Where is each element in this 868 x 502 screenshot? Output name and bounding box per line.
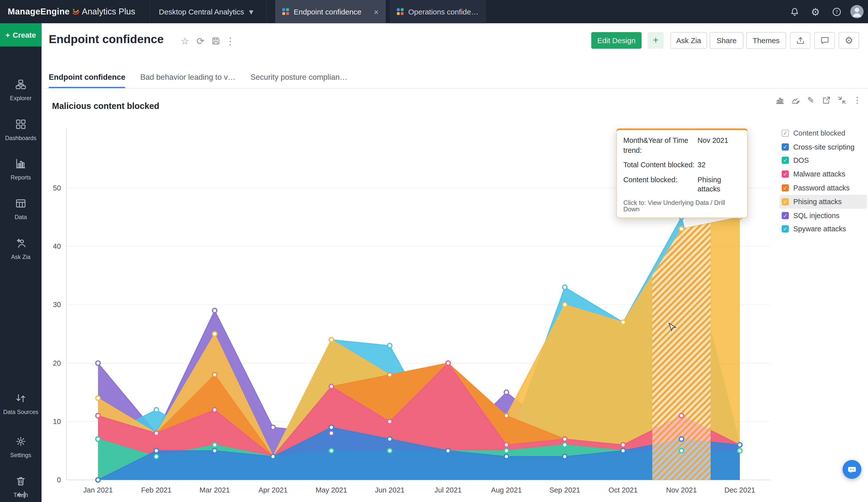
- resize-icon[interactable]: [836, 94, 848, 106]
- tooltip-rows: Month&Year of Time trend:Nov 2021Total C…: [623, 136, 741, 194]
- svg-text:10: 10: [53, 418, 61, 426]
- brand-manageengine: ManageEngine: [8, 7, 70, 17]
- share-button[interactable]: Share: [710, 32, 743, 49]
- legend-item-label: Spyware attacks: [793, 225, 846, 233]
- legend-item-label: SQL injections: [793, 211, 839, 220]
- tooltip-label: Total Content blocked:: [623, 160, 695, 170]
- legend-item-password-attacks[interactable]: ✓Password attacks: [779, 181, 867, 195]
- more-options-icon[interactable]: ⋮: [224, 34, 237, 48]
- pencil-icon[interactable]: ✎: [805, 94, 817, 106]
- svg-text:Jun 2021: Jun 2021: [375, 486, 405, 494]
- window-tabs: Endpoint confidence×Operations confidenc…: [275, 0, 486, 23]
- help-icon[interactable]: ?: [829, 0, 844, 23]
- sidebar-item-settings[interactable]: Settings: [0, 436, 42, 459]
- checkbox-checked-icon[interactable]: ✓: [782, 157, 789, 164]
- edit-chart-icon[interactable]: [789, 94, 801, 106]
- legend-item-dos[interactable]: ✓DOS: [779, 154, 867, 167]
- tab-endpoint-confidence[interactable]: Endpoint confidence: [49, 67, 125, 89]
- trash-icon: [16, 476, 26, 489]
- settings-icon: [16, 436, 26, 449]
- legend-title: Content blocked: [793, 129, 845, 137]
- chart-type-icon[interactable]: [774, 94, 786, 106]
- tabs-divider: [42, 88, 868, 88]
- askzia-icon: [16, 238, 26, 251]
- save-icon[interactable]: [209, 34, 223, 48]
- user-avatar[interactable]: [850, 5, 864, 18]
- comments-button[interactable]: [814, 32, 835, 49]
- edit-design-button[interactable]: Edit Design: [591, 32, 642, 49]
- legend-item-phising-attacks[interactable]: ✓Phising attacks: [779, 195, 867, 209]
- legend-item-malware-attacks[interactable]: ✓Malware attacks: [779, 167, 867, 181]
- svg-text:0: 0: [57, 476, 61, 484]
- window-tab-endpoint-confidence[interactable]: Endpoint confidence×: [275, 0, 386, 23]
- svg-text:May 2021: May 2021: [316, 486, 347, 494]
- data-icon: [16, 198, 26, 211]
- ask-zia-button[interactable]: Ask Zia: [670, 32, 707, 49]
- chart-title: Malicious content blocked: [52, 101, 159, 111]
- export-button[interactable]: [790, 32, 810, 49]
- more-options-icon[interactable]: ⋮: [851, 94, 863, 106]
- themes-button[interactable]: Themes: [746, 32, 786, 49]
- reports-icon: [16, 158, 26, 171]
- chart-legend: ✓Content blocked✓Cross-site scripting✓DO…: [779, 126, 867, 236]
- svg-text:20: 20: [53, 359, 61, 367]
- datasources-icon: [16, 393, 26, 406]
- svg-text:Dec 2021: Dec 2021: [724, 486, 755, 494]
- sidebar-item-label: Data: [13, 213, 29, 221]
- sidebar-item-explorer[interactable]: Explorer: [0, 79, 42, 102]
- svg-text:50: 50: [53, 184, 61, 192]
- checkbox-checked-icon[interactable]: ✓: [782, 185, 789, 192]
- chat-support-button[interactable]: [843, 460, 861, 479]
- topbar: ManageEngine Analytics Plus Desktop Cent…: [0, 0, 868, 23]
- svg-text:?: ?: [835, 9, 838, 15]
- workspace-label: Desktop Central Analytics: [159, 8, 244, 16]
- tooltip-label: Content blocked:: [623, 175, 695, 194]
- sidebar-item-data-sources[interactable]: Data Sources: [0, 393, 42, 416]
- workspace-selector[interactable]: Desktop Central Analytics ▼: [149, 0, 267, 23]
- svg-text:Oct 2021: Oct 2021: [609, 486, 638, 494]
- page-title: Endpoint confidence: [49, 33, 164, 46]
- svg-text:Jan 2021: Jan 2021: [83, 486, 113, 494]
- sidebar-item-data[interactable]: Data: [0, 198, 42, 221]
- add-report-button[interactable]: +: [648, 32, 664, 49]
- svg-text:30: 30: [53, 301, 61, 308]
- legend-item-label: Password attacks: [793, 184, 849, 192]
- notifications-bell-icon[interactable]: [787, 0, 802, 23]
- settings-gear-icon[interactable]: ⚙: [808, 0, 823, 23]
- checkbox-checked-icon[interactable]: ✓: [782, 198, 789, 206]
- plus-icon: +: [6, 31, 10, 39]
- checkbox-checked-icon[interactable]: ✓: [782, 171, 789, 178]
- svg-text:Mar 2021: Mar 2021: [199, 486, 230, 494]
- checkbox-checked-icon[interactable]: ✓: [782, 226, 789, 233]
- window-tab-label: Operations confidence: [408, 8, 479, 16]
- svg-text:40: 40: [53, 242, 61, 250]
- collapse-sidebar-icon[interactable]: [0, 487, 42, 502]
- svg-text:Jul 2021: Jul 2021: [434, 486, 462, 494]
- explorer-icon: [16, 79, 26, 92]
- brand-swirl-icon: [71, 7, 80, 16]
- close-tab-icon[interactable]: ×: [374, 7, 379, 17]
- legend-item-spyware-attacks[interactable]: ✓Spyware attacks: [779, 222, 867, 236]
- tab-bad-behavior-leading-to-v[interactable]: Bad behavior leading to v…: [140, 67, 236, 89]
- checkbox-checked-icon[interactable]: ✓: [782, 212, 789, 219]
- settings-button[interactable]: ⚙: [839, 32, 859, 49]
- legend-item-label: DOS: [793, 156, 809, 165]
- app-window: ManageEngine Analytics Plus Desktop Cent…: [0, 0, 868, 502]
- sidebar-item-reports[interactable]: Reports: [0, 158, 42, 181]
- legend-title-row[interactable]: ✓Content blocked: [779, 126, 867, 140]
- dashboard-grid-icon: [282, 9, 289, 15]
- checkbox-checked-icon[interactable]: ✓: [782, 143, 789, 150]
- legend-item-sql-injections[interactable]: ✓SQL injections: [779, 209, 867, 222]
- sidebar-item-dashboards[interactable]: Dashboards: [0, 119, 42, 142]
- checkbox-checked-icon[interactable]: ✓: [782, 129, 789, 137]
- tab-security-posture-complian[interactable]: Security posture complian…: [250, 67, 348, 89]
- dashboard-tabs: Endpoint confidenceBad behavior leading …: [49, 67, 347, 89]
- open-in-new-icon[interactable]: [820, 94, 832, 106]
- create-button[interactable]: + Create: [0, 23, 42, 46]
- legend-item-cross-site-scripting[interactable]: ✓Cross-site scripting: [779, 140, 867, 154]
- favorite-star-icon[interactable]: ☆: [178, 34, 192, 48]
- svg-text:Nov 2021: Nov 2021: [666, 486, 697, 494]
- window-tab-operations-confidence[interactable]: Operations confidence: [390, 0, 486, 23]
- sidebar-item-ask-zia[interactable]: Ask Zia: [0, 238, 42, 261]
- refresh-icon[interactable]: ⟳: [194, 34, 207, 48]
